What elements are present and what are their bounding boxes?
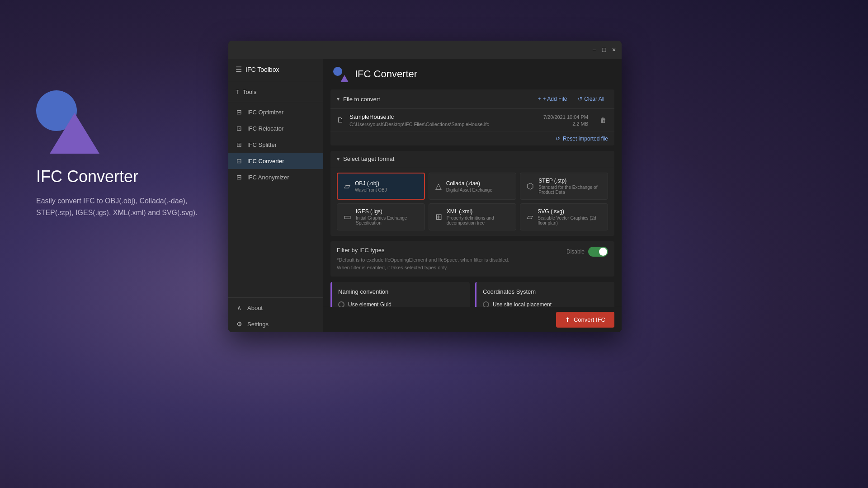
sidebar-divider-1	[228, 82, 323, 82]
format-xml-desc: Property definitions and decomposition t…	[447, 216, 510, 225]
format-obj-desc: WaveFront OBJ	[355, 188, 387, 192]
reset-file-row: ↺ Reset imported file	[330, 132, 614, 145]
logo-triangle	[50, 113, 99, 154]
tools-label: Tools	[243, 89, 256, 95]
format-svg-name: SVG (.svg)	[538, 208, 601, 215]
settings-label: Settings	[247, 321, 269, 328]
sidebar-title: IFC Toolbox	[245, 66, 279, 73]
format-igs-name: IGES (.igs)	[356, 208, 418, 215]
format-svg[interactable]: ▱ SVG (.svg) Scalable Vector Graphics (2…	[520, 203, 608, 230]
reset-file-icon: ↺	[556, 136, 560, 142]
radio-site-button[interactable]	[483, 301, 489, 307]
format-igs[interactable]: ▭ IGES (.igs) Initial Graphics Exchange …	[337, 203, 425, 230]
sidebar-item-about[interactable]: ∧ About	[228, 300, 323, 316]
about-label: About	[247, 305, 263, 311]
format-igs-text: IGES (.igs) Initial Graphics Exchange Sp…	[356, 208, 418, 225]
naming-convention-title: Naming convention	[338, 288, 463, 295]
file-path: C:\Users\yoush\Desktop\IFC Files\Collect…	[349, 122, 538, 127]
file-info: SampleHouse.ifc C:\Users\yoush\Desktop\I…	[349, 113, 538, 127]
file-section-header[interactable]: ▾ File to convert + + Add File ↺ Clear A…	[330, 89, 614, 109]
sidebar-divider-2	[228, 102, 323, 102]
logo-graphic	[36, 90, 108, 154]
bottom-panels: Naming convention Use element Guid Use e…	[330, 282, 614, 307]
ifc-relocator-icon: ⊡	[236, 125, 243, 132]
title-bar-controls: − □ ×	[591, 47, 617, 53]
coordinates-radio-group: Use site local placement Place elements …	[483, 301, 608, 307]
scrollable-area[interactable]: ▾ File to convert + + Add File ↺ Clear A…	[323, 89, 622, 307]
sidebar-header: ☰ IFC Toolbox	[228, 59, 323, 80]
radio-guid-button[interactable]	[338, 301, 344, 307]
sidebar-item-ifc-converter[interactable]: ⊟ IFC Converter	[228, 153, 323, 169]
file-section-title: File to convert	[343, 96, 380, 103]
format-dae-text: Collada (.dae) Digital Asset Exchange	[446, 180, 492, 192]
sidebar-item-label: IFC Splitter	[247, 141, 277, 148]
minimize-button[interactable]: −	[591, 47, 597, 53]
toggle-label: Disable	[566, 249, 585, 255]
filter-toggle[interactable]	[588, 247, 608, 257]
format-section-header[interactable]: ▾ Select target format	[330, 151, 614, 167]
sidebar-item-label: IFC Optimizer	[247, 109, 283, 116]
app-window: − □ × ☰ IFC Toolbox T Tools ⊟	[228, 41, 622, 332]
dae-icon: △	[435, 181, 442, 191]
hamburger-icon: ☰	[236, 65, 242, 74]
sidebar-item-label: IFC Anonymizer	[247, 174, 289, 181]
file-to-convert-section: ▾ File to convert + + Add File ↺ Clear A…	[330, 89, 614, 145]
format-xml[interactable]: ⊞ XML (.xml) Property definitions and de…	[429, 203, 517, 230]
reset-file-label: Reset imported file	[563, 136, 608, 142]
toggle-knob	[599, 248, 607, 256]
stp-icon: ⬡	[527, 181, 534, 191]
sidebar-item-ifc-optimizer[interactable]: ⊟ IFC Optimizer	[228, 104, 323, 120]
clear-all-label: Clear All	[584, 96, 604, 102]
close-button[interactable]: ×	[611, 47, 617, 53]
add-file-button[interactable]: + + Add File	[534, 94, 571, 104]
sidebar-divider-3	[228, 297, 323, 298]
format-svg-text: SVG (.svg) Scalable Vector Graphics (2d …	[538, 208, 601, 225]
sidebar-item-label: IFC Converter	[247, 158, 284, 164]
radio-element-guid: Use element Guid Use entity instance Ifc…	[338, 301, 463, 307]
sidebar-item-settings[interactable]: ⚙ Settings	[228, 316, 323, 332]
format-grid: ▱ OBJ (.obj) WaveFront OBJ △ Collada (.d…	[330, 167, 614, 236]
svg-marker-1	[340, 75, 349, 82]
coordinates-title: Coordinates System	[483, 288, 608, 295]
format-dae-desc: Digital Asset Exchange	[446, 188, 492, 192]
naming-radio-group: Use element Guid Use entity instance Ifc…	[338, 301, 463, 307]
file-delete-button[interactable]: 🗑	[598, 115, 608, 126]
sidebar: ☰ IFC Toolbox T Tools ⊟ IFC Optimizer ⊡ …	[228, 59, 323, 332]
format-stp[interactable]: ⬡ STEP (.stp) Standard for the Exchange …	[520, 173, 608, 200]
radio-guid-label: Use element Guid	[348, 301, 392, 307]
sidebar-item-ifc-anonymizer[interactable]: ⊟ IFC Anonymizer	[228, 169, 323, 185]
sidebar-item-ifc-relocator[interactable]: ⊡ IFC Relocator	[228, 120, 323, 136]
svg-point-0	[333, 67, 342, 76]
format-dae-name: Collada (.dae)	[446, 180, 492, 187]
title-bar: − □ ×	[228, 41, 622, 59]
file-item: 🗋 SampleHouse.ifc C:\Users\yoush\Desktop…	[330, 109, 614, 132]
sidebar-item-ifc-splitter[interactable]: ⊞ IFC Splitter	[228, 136, 323, 153]
convert-label: Convert IFC	[574, 316, 605, 323]
reset-imported-file-button[interactable]: ↺ Reset imported file	[556, 136, 608, 142]
add-file-label: + Add File	[543, 96, 567, 102]
file-meta: 7/20/2021 10:04 PM 2.2 MB	[543, 114, 588, 127]
format-svg-desc: Scalable Vector Graphics (2d floor plan)	[538, 216, 601, 225]
format-obj-text: OBJ (.obj) WaveFront OBJ	[355, 180, 387, 192]
about-icon: ∧	[236, 304, 243, 311]
xml-icon: ⊞	[435, 212, 442, 222]
obj-icon: ▱	[344, 181, 350, 191]
clear-all-button[interactable]: ↺ Clear All	[574, 94, 608, 104]
format-stp-text: STEP (.stp) Standard for the Exchange of…	[538, 178, 601, 195]
svg-icon: ▱	[527, 212, 533, 222]
page-title: IFC Converter	[355, 68, 417, 80]
tools-icon: T	[236, 89, 239, 95]
convert-bar: ⬆ Convert IFC	[323, 307, 622, 332]
filter-desc-2: When filter is enabled, it takes selecte…	[337, 264, 509, 272]
ifc-converter-icon: ⊟	[236, 157, 243, 164]
convert-button[interactable]: ⬆ Convert IFC	[556, 312, 614, 328]
format-dae[interactable]: △ Collada (.dae) Digital Asset Exchange	[429, 173, 517, 200]
page-header-icon	[332, 66, 349, 82]
radio-guid-row: Use element Guid	[338, 301, 463, 307]
igs-icon: ▭	[344, 212, 351, 222]
format-obj[interactable]: ▱ OBJ (.obj) WaveFront OBJ	[337, 173, 425, 200]
format-xml-text: XML (.xml) Property definitions and deco…	[447, 208, 510, 225]
ifc-splitter-icon: ⊞	[236, 141, 243, 148]
maximize-button[interactable]: □	[601, 47, 607, 53]
settings-icon: ⚙	[236, 320, 243, 328]
